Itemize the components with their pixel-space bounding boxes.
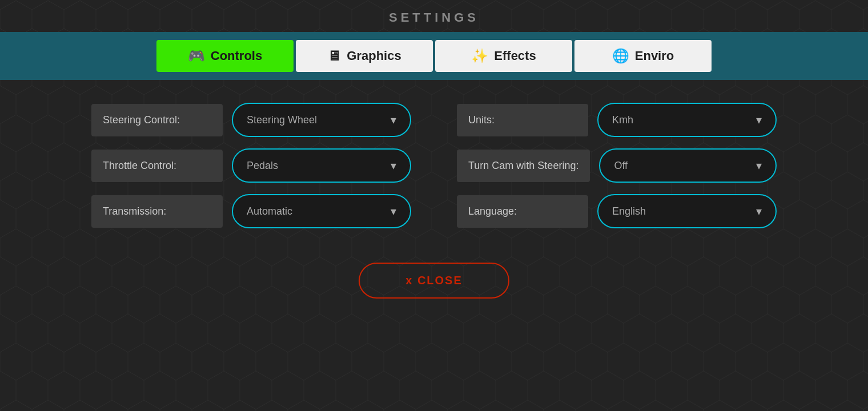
steering-control-chevron: ▾ [391, 113, 396, 127]
tab-bar: 🎮 Controls 🖥 Graphics ✨ Effects 🌐 Enviro [0, 32, 868, 80]
transmission-chevron: ▾ [391, 204, 396, 218]
tab-effects[interactable]: ✨ Effects [435, 40, 572, 72]
language-dropdown[interactable]: English ▾ [597, 194, 777, 228]
steering-control-dropdown[interactable]: Steering Wheel ▾ [232, 103, 411, 137]
tab-controls[interactable]: 🎮 Controls [156, 40, 294, 72]
transmission-row: Transmission: Automatic ▾ [91, 194, 411, 228]
throttle-control-row: Throttle Control: Pedals ▾ [91, 148, 411, 183]
close-button-container: x CLOSE [359, 263, 509, 316]
steering-control-row: Steering Control: Steering Wheel ▾ [91, 103, 411, 137]
throttle-control-dropdown[interactable]: Pedals ▾ [232, 148, 411, 183]
close-button[interactable]: x CLOSE [359, 263, 509, 299]
graphics-icon: 🖥 [327, 48, 341, 64]
tab-graphics-label: Graphics [347, 49, 401, 63]
enviro-icon: 🌐 [612, 48, 629, 64]
units-label: Units: [457, 104, 588, 136]
turn-cam-dropdown[interactable]: Off ▾ [599, 148, 777, 183]
turn-cam-row: Turn Cam with Steering: Off ▾ [457, 148, 777, 183]
throttle-control-label: Throttle Control: [91, 150, 223, 182]
tab-graphics[interactable]: 🖥 Graphics [296, 40, 433, 72]
transmission-label: Transmission: [91, 195, 223, 228]
settings-grid: Steering Control: Steering Wheel ▾ Units… [91, 103, 777, 228]
units-row: Units: Kmh ▾ [457, 103, 777, 137]
page-title: SETTINGS [389, 10, 479, 25]
tab-enviro[interactable]: 🌐 Enviro [574, 40, 712, 72]
turn-cam-label: Turn Cam with Steering: [457, 150, 590, 182]
throttle-control-value: Pedals [247, 160, 278, 172]
controls-icon: 🎮 [188, 48, 205, 64]
throttle-control-chevron: ▾ [391, 159, 396, 172]
effects-icon: ✨ [471, 48, 488, 64]
units-chevron: ▾ [756, 113, 762, 127]
transmission-value: Automatic [247, 206, 292, 217]
turn-cam-value: Off [614, 160, 628, 172]
language-value: English [612, 206, 646, 217]
steering-control-label: Steering Control: [91, 104, 223, 136]
tab-effects-label: Effects [494, 49, 536, 63]
title-bar: SETTINGS [0, 0, 868, 32]
steering-control-value: Steering Wheel [247, 114, 317, 126]
language-chevron: ▾ [756, 204, 762, 218]
tab-controls-label: Controls [211, 49, 262, 63]
tab-enviro-label: Enviro [635, 49, 674, 63]
settings-area: Steering Control: Steering Wheel ▾ Units… [0, 80, 868, 411]
units-dropdown[interactable]: Kmh ▾ [597, 103, 777, 137]
turn-cam-chevron: ▾ [756, 159, 762, 172]
transmission-dropdown[interactable]: Automatic ▾ [232, 194, 411, 228]
language-row: Language: English ▾ [457, 194, 777, 228]
language-label: Language: [457, 195, 588, 228]
units-value: Kmh [612, 114, 633, 126]
